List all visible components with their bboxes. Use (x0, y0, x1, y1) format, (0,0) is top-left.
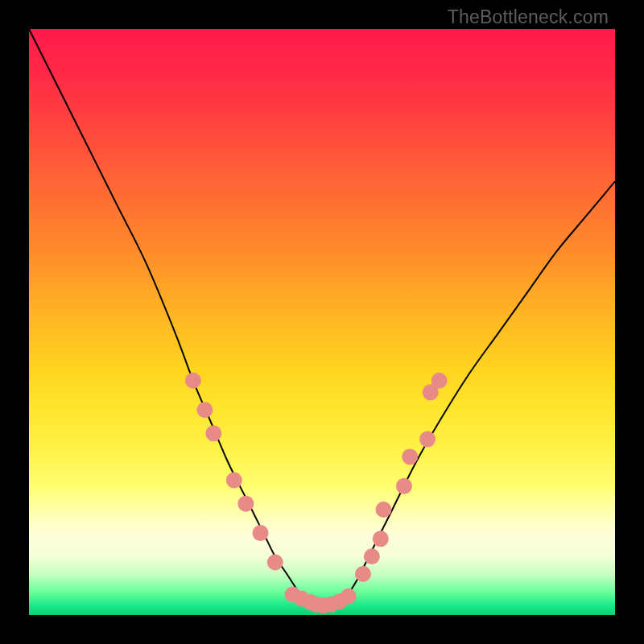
curve-marker (205, 425, 221, 441)
curve-marker (396, 478, 412, 494)
chart-svg (29, 29, 615, 615)
curve-marker (402, 448, 418, 464)
curve-marker (341, 588, 357, 605)
watermark-text: TheBottleneck.com (448, 6, 609, 28)
marker-group (185, 373, 448, 614)
bottleneck-curve (29, 29, 615, 609)
curve-marker (355, 566, 371, 582)
curve-marker (419, 431, 436, 448)
curve-marker (267, 554, 283, 570)
curve-marker (431, 373, 448, 389)
curve-marker (196, 402, 213, 418)
curve-marker (373, 530, 389, 547)
curve-marker (185, 373, 201, 389)
curve-marker (237, 496, 254, 512)
curve-marker (364, 548, 380, 564)
curve-marker (375, 502, 391, 518)
curve-marker (226, 473, 242, 489)
curve-marker (253, 525, 269, 541)
